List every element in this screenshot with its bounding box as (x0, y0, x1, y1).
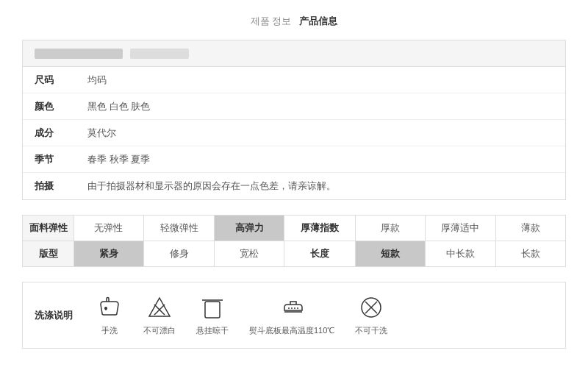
attr-row-label: 面料弹性 (23, 216, 74, 241)
attr-row-label: 版型 (23, 241, 74, 267)
attribute-table: 面料弹性无弹性轻微弹性高弹力厚薄指数厚款厚薄适中薄款版型紧身修身宽松长度短款中长… (22, 215, 566, 267)
hang-dry-icon (199, 294, 226, 321)
no-bleach-icon (146, 294, 173, 321)
attr-cell: 紧身 (74, 241, 144, 267)
page-header: 제품 정보 产品信息 (22, 15, 566, 28)
laundry-icon-label: 手洗 (101, 325, 118, 336)
info-row: 季节 春季 秋季 夏季 (23, 146, 565, 173)
info-label: 拍摄 (23, 174, 82, 199)
laundry-icon-iron-110: 熨斗底板最高温度110℃ (249, 294, 334, 336)
info-value: 均码 (82, 68, 565, 93)
laundry-icon-label: 悬挂晾干 (196, 325, 229, 336)
attr-cell: 中长款 (425, 241, 495, 267)
attr-cell: 轻微弹性 (143, 216, 214, 241)
iron-110-icon (279, 294, 305, 321)
svg-point-7 (291, 307, 293, 309)
svg-point-8 (294, 307, 295, 309)
laundry-section: 洗涤说明 手洗不可漂白悬挂晾干熨斗底板最高温度110℃不可干洗 (22, 282, 566, 349)
svg-rect-3 (205, 302, 220, 318)
info-label: 季节 (23, 147, 82, 172)
attr-cell: 厚款 (355, 216, 425, 241)
laundry-icon-no-dry-clean: 不可干洗 (355, 294, 387, 336)
info-label: 尺码 (23, 68, 82, 93)
info-value: 莫代尔 (82, 121, 565, 146)
svg-point-9 (297, 307, 298, 309)
attr-cell: 宽松 (215, 241, 284, 267)
attr-cell: 无弹性 (74, 216, 144, 241)
laundry-icon-hang-dry: 悬挂晾干 (196, 294, 229, 336)
info-row: 成分 莫代尔 (23, 120, 565, 146)
info-row: 拍摄 由于拍摄器材和显示器的原因会存在一点色差，请亲谅解。 (23, 173, 565, 199)
table-row: 版型紧身修身宽松长度短款中长款长款 (23, 241, 566, 267)
hand-wash-icon (96, 294, 123, 321)
laundry-label: 洗涤说明 (35, 309, 79, 322)
product-info-table: 尺码 均码 颜色 黑色 白色 肤色 成分 莫代尔 季节 春季 秋季 夏季 拍摄 … (22, 40, 566, 200)
attr-cell: 长度 (284, 241, 355, 267)
no-dry-clean-icon (358, 294, 384, 321)
info-label: 成分 (23, 121, 82, 146)
info-label: 颜色 (23, 94, 82, 119)
attr-cell: 短款 (355, 241, 425, 267)
info-rows-container: 尺码 均码 颜色 黑色 白色 肤色 成分 莫代尔 季节 春季 秋季 夏季 拍摄 … (23, 67, 565, 199)
attr-cell: 薄款 (496, 216, 566, 241)
laundry-icon-hand-wash: 手洗 (96, 294, 123, 336)
attr-cell: 厚薄适中 (425, 216, 495, 241)
info-row: 尺码 均码 (23, 67, 565, 93)
attr-cell: 长款 (496, 241, 566, 267)
laundry-icon-no-bleach: 不可漂白 (143, 294, 176, 336)
tab-product-info-cn[interactable]: 产品信息 (299, 15, 337, 26)
product-info-top-row (23, 40, 565, 67)
info-value: 春季 秋季 夏季 (82, 147, 565, 172)
attr-cell: 修身 (143, 241, 214, 267)
laundry-icon-label: 不可干洗 (355, 325, 387, 336)
laundry-icon-label: 熨斗底板最高温度110℃ (249, 325, 334, 336)
laundry-icons: 手洗不可漂白悬挂晾干熨斗底板最高温度110℃不可干洗 (96, 294, 387, 336)
svg-marker-0 (149, 298, 170, 316)
top-bar-placeholder-2 (130, 49, 189, 59)
attr-cell: 厚薄指数 (284, 216, 355, 241)
tab-product-info-kr[interactable]: 제품 정보 (251, 15, 292, 26)
info-value: 黑色 白色 肤色 (82, 94, 565, 119)
top-bar-placeholder-1 (35, 49, 123, 59)
attr-cell: 高弹力 (215, 216, 284, 241)
svg-point-6 (288, 307, 290, 309)
info-value: 由于拍摄器材和显示器的原因会存在一点色差，请亲谅解。 (82, 174, 565, 199)
laundry-icon-label: 不可漂白 (143, 325, 176, 336)
table-row: 面料弹性无弹性轻微弹性高弹力厚薄指数厚款厚薄适中薄款 (23, 216, 566, 241)
info-row: 颜色 黑色 白色 肤色 (23, 93, 565, 120)
